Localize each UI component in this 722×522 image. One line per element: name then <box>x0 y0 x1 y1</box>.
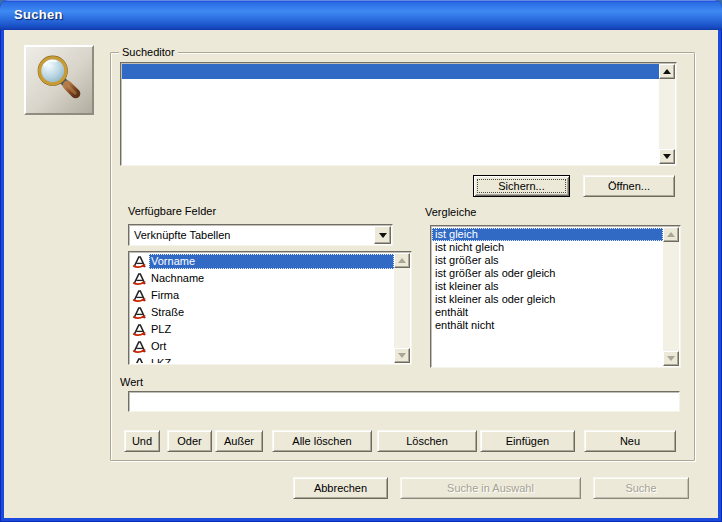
search-button: Suche <box>593 477 689 499</box>
scroll-up-button[interactable] <box>659 64 675 79</box>
field-list-item-label: Vorname <box>149 254 394 269</box>
scroll-up-button <box>663 227 679 242</box>
field-list-item[interactable]: Firma <box>130 287 394 304</box>
delete-button-label: Löschen <box>406 435 448 447</box>
titlebar[interactable]: Suchen <box>0 0 722 30</box>
comparison-list-item[interactable]: enthält nicht <box>432 319 663 332</box>
arrow-up-icon <box>398 258 406 263</box>
field-a-red-arrow-icon <box>132 289 147 303</box>
save-button[interactable]: Sichern... <box>473 175 570 197</box>
search-dialog: Suchen <box>0 0 722 522</box>
field-list-item[interactable]: Ort <box>130 338 394 355</box>
field-a-red-arrow-icon <box>132 306 147 320</box>
field-a-red-arrow-icon <box>132 357 147 364</box>
or-button-label: Oder <box>177 435 201 447</box>
delete-button[interactable]: Löschen <box>377 430 477 452</box>
search-editor-list[interactable] <box>120 62 677 166</box>
search-in-selection-button: Suche in Auswahl <box>400 477 581 499</box>
field-a-red-arrow-icon <box>132 255 147 269</box>
except-button[interactable]: Außer <box>215 430 263 452</box>
field-list-item-label: Ort <box>149 339 394 354</box>
arrow-up-icon <box>667 232 675 237</box>
magnifier-icon <box>34 53 84 107</box>
field-list-item-label: Nachname <box>149 271 394 286</box>
arrow-down-icon <box>667 356 675 361</box>
tables-combobox[interactable]: Verknüpfte Tabellen <box>128 224 393 246</box>
search-editor-scrollbar[interactable] <box>659 64 675 164</box>
window-title: Suchen <box>14 7 63 22</box>
tables-combobox-value: Verknüpfte Tabellen <box>134 229 230 241</box>
value-label: Wert <box>120 376 143 389</box>
comparison-list-item[interactable]: ist kleiner als <box>432 280 663 293</box>
field-list-item[interactable]: Straße <box>130 304 394 321</box>
comparison-list[interactable]: ist gleich ist nicht gleich ist größer a… <box>430 225 681 368</box>
new-button-label: Neu <box>620 435 640 447</box>
comparison-list-item[interactable]: ist größer als oder gleich <box>432 267 663 280</box>
except-button-label: Außer <box>224 435 254 447</box>
search-in-selection-button-label: Suche in Auswahl <box>447 482 534 494</box>
arrow-down-icon <box>398 353 406 358</box>
save-button-label: Sichern... <box>498 180 544 192</box>
comparison-list-item[interactable]: ist gleich <box>432 228 663 241</box>
insert-button[interactable]: Einfügen <box>480 430 575 452</box>
new-button[interactable]: Neu <box>584 430 676 452</box>
value-input[interactable] <box>128 391 680 412</box>
comparisons-label: Vergleiche <box>425 206 476 219</box>
open-button[interactable]: Öffnen... <box>583 175 675 197</box>
comparison-list-scrollbar <box>663 227 679 366</box>
comparison-list-item[interactable]: ist nicht gleich <box>432 241 663 254</box>
dialog-body: Sucheditor Sichern... Öffnen... Verfügba… <box>4 30 718 518</box>
sucheditor-group-label: Sucheditor <box>119 46 178 59</box>
field-list-scrollbar[interactable] <box>394 253 410 363</box>
field-list-item[interactable]: LKZ <box>130 355 394 363</box>
chevron-down-icon <box>379 233 387 238</box>
or-button[interactable]: Oder <box>167 430 212 452</box>
comparison-list-item[interactable]: ist größer als <box>432 254 663 267</box>
field-list-item[interactable]: Vorname <box>130 253 394 270</box>
search-button-label: Suche <box>625 482 656 494</box>
field-a-red-arrow-icon <box>132 323 147 337</box>
field-list-item[interactable]: PLZ <box>130 321 394 338</box>
cancel-button-label: Abbrechen <box>314 482 367 494</box>
cancel-button[interactable]: Abbrechen <box>293 477 388 499</box>
field-list-item-label: Straße <box>149 305 394 320</box>
field-a-red-arrow-icon <box>132 272 147 286</box>
field-list[interactable]: Vorname Nachname Firma Straße PLZ <box>128 251 412 365</box>
open-button-label: Öffnen... <box>608 180 650 192</box>
field-a-red-arrow-icon <box>132 340 147 354</box>
arrow-up-icon <box>663 69 671 74</box>
scroll-down-button[interactable] <box>659 149 675 164</box>
field-list-item-label: PLZ <box>149 322 394 337</box>
field-list-item[interactable]: Nachname <box>130 270 394 287</box>
comparison-list-item[interactable]: ist kleiner als oder gleich <box>432 293 663 306</box>
comparison-list-item[interactable]: enthält <box>432 306 663 319</box>
scroll-up-button <box>394 253 410 268</box>
and-button[interactable]: Und <box>124 430 160 452</box>
available-fields-label: Verfügbare Felder <box>128 205 216 218</box>
insert-button-label: Einfügen <box>506 435 549 447</box>
search-editor-selected-row[interactable] <box>122 64 659 79</box>
and-button-label: Und <box>132 435 152 447</box>
clear-all-button-label: Alle löschen <box>292 435 351 447</box>
clear-all-button[interactable]: Alle löschen <box>272 430 372 452</box>
dialog-icon-panel <box>24 45 94 115</box>
arrow-down-icon <box>663 154 671 159</box>
scroll-down-button <box>663 351 679 366</box>
combobox-dropdown-button[interactable] <box>374 226 391 244</box>
field-list-item-label: Firma <box>149 288 394 303</box>
scroll-down-button <box>394 348 410 363</box>
field-list-item-label: LKZ <box>149 356 394 363</box>
